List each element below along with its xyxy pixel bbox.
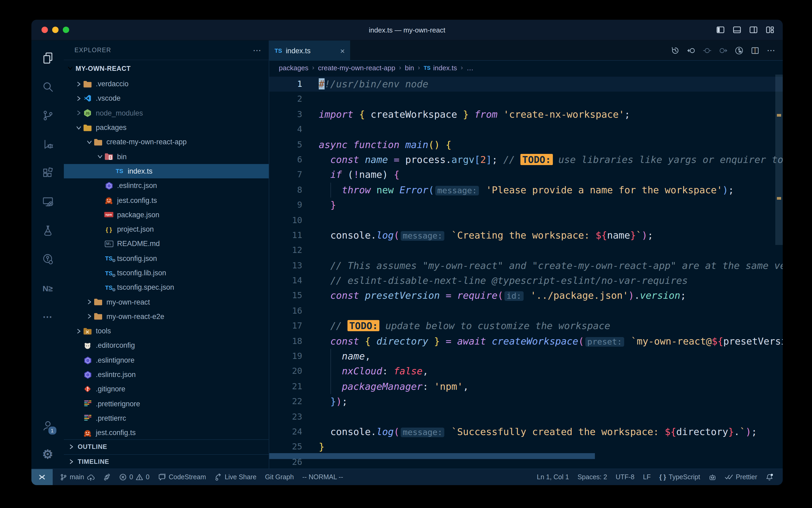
horizontal-scrollbar[interactable] bbox=[269, 453, 595, 459]
sidebar-more-actions-button[interactable]: ⋯ bbox=[253, 45, 261, 55]
tree-item-.eslintrc.json[interactable]: .eslintrc.json bbox=[64, 368, 269, 382]
status-codestream[interactable]: CodeStream bbox=[154, 469, 210, 485]
overview-ruler[interactable] bbox=[775, 75, 783, 469]
tree-item-my-own-react[interactable]: my-own-react bbox=[64, 295, 269, 309]
tree-item-.gitignore[interactable]: .gitignore bbox=[64, 382, 269, 396]
code-line-5[interactable]: 5async function main() { bbox=[269, 137, 783, 152]
status-git-graph[interactable]: Git Graph bbox=[261, 469, 297, 485]
code-line-14[interactable]: 14 // eslint-disable-next-line @typescri… bbox=[269, 273, 783, 288]
tree-item-node_modules[interactable]: JSnode_modules bbox=[64, 106, 269, 120]
status-feedback-robot[interactable] bbox=[705, 469, 720, 485]
code-line-13[interactable]: 13 // This assumes "my-own-react" and "c… bbox=[269, 258, 783, 273]
code-line-8[interactable]: 8 throw new Error(message: 'Please provi… bbox=[269, 182, 783, 198]
code-line-1[interactable]: 1#!/usr/bin/env node bbox=[269, 77, 783, 92]
tree-item-packages[interactable]: packages bbox=[64, 120, 269, 135]
tree-item-.verdaccio[interactable]: .verdaccio bbox=[64, 77, 269, 91]
tree-item-.prettierignore[interactable]: .prettierignore bbox=[64, 396, 269, 411]
code-line-20[interactable]: 20 nxCloud: false, bbox=[269, 364, 783, 379]
activity-settings[interactable]: ⚙ bbox=[35, 440, 60, 469]
activity-testing[interactable] bbox=[35, 216, 60, 245]
code-line-7[interactable]: 7 if (!name) { bbox=[269, 167, 783, 183]
previous-change-button[interactable] bbox=[703, 46, 711, 54]
code-line-4[interactable]: 4 bbox=[269, 122, 783, 137]
code-line-25[interactable]: 25} bbox=[269, 439, 783, 455]
open-previous-change-button[interactable] bbox=[687, 46, 696, 54]
status-problems[interactable]: 00 bbox=[115, 469, 153, 485]
status-indentation[interactable]: Spaces: 2 bbox=[574, 469, 611, 485]
breadcrumb-item[interactable]: TSindex.ts bbox=[424, 64, 457, 72]
code-line-10[interactable]: 10 bbox=[269, 213, 783, 228]
tree-item-tsconfig.json[interactable]: TS⚙tsconfig.json bbox=[64, 251, 269, 266]
code-line-9[interactable]: 9 } bbox=[269, 198, 783, 213]
code-line-3[interactable]: 3import { createWorkspace } from 'create… bbox=[269, 107, 783, 122]
tree-item-my-own-react-e2e[interactable]: my-own-react-e2e bbox=[64, 309, 269, 324]
tree-item-bin[interactable]: bin bbox=[64, 150, 269, 164]
open-changes-button[interactable] bbox=[735, 46, 744, 54]
timeline-history-button[interactable] bbox=[671, 46, 679, 54]
tree-item-package.json[interactable]: npmpackage.json bbox=[64, 207, 269, 222]
tree-item-tools[interactable]: tools bbox=[64, 324, 269, 338]
breadcrumb-item[interactable]: bin bbox=[405, 64, 414, 72]
activity-gitlens[interactable] bbox=[35, 245, 60, 274]
next-change-button[interactable] bbox=[719, 46, 727, 54]
tree-item-tsconfig.spec.json[interactable]: TS⚙tsconfig.spec.json bbox=[64, 280, 269, 295]
tree-item-create-my-own-react-app[interactable]: create-my-own-react-app bbox=[64, 135, 269, 150]
status-cursor-position[interactable]: Ln 1, Col 1 bbox=[533, 469, 573, 485]
status-encoding[interactable]: UTF-8 bbox=[612, 469, 638, 485]
activity-accounts[interactable]: 1 bbox=[35, 411, 60, 440]
remote-indicator-button[interactable] bbox=[32, 469, 53, 485]
status-eol[interactable]: LF bbox=[639, 469, 655, 485]
scrollbar-thumb[interactable] bbox=[775, 75, 783, 245]
activity-search[interactable] bbox=[35, 73, 60, 101]
tree-item-.vscode[interactable]: .vscode bbox=[64, 91, 269, 106]
customize-layout-button[interactable] bbox=[766, 26, 774, 34]
tree-item-index.ts[interactable]: TSindex.ts bbox=[64, 164, 269, 179]
toggle-secondary-sidebar-button[interactable] bbox=[749, 26, 758, 34]
code-line-19[interactable]: 19 name, bbox=[269, 349, 783, 364]
toggle-primary-sidebar-button[interactable] bbox=[716, 26, 725, 34]
title-bar[interactable]: index.ts — my-own-react bbox=[32, 20, 783, 40]
activity-more-views[interactable]: ⋯ bbox=[35, 302, 60, 331]
code-line-15[interactable]: 15 const presetVersion = require(id: '..… bbox=[269, 288, 783, 303]
section-outline[interactable]: OUTLINE bbox=[64, 439, 269, 454]
status-vim-mode[interactable]: -- NORMAL -- bbox=[298, 469, 347, 485]
breadcrumb-item[interactable]: … bbox=[467, 64, 474, 72]
split-editor-button[interactable] bbox=[751, 46, 759, 54]
activity-remote-explorer[interactable] bbox=[35, 187, 60, 216]
activity-source-control[interactable] bbox=[35, 101, 60, 130]
status-git-compare[interactable] bbox=[99, 469, 114, 485]
close-tab-icon[interactable]: × bbox=[340, 47, 345, 54]
activity-run-debug[interactable] bbox=[35, 130, 60, 159]
code-editor[interactable]: 1#!/usr/bin/env node23import { createWor… bbox=[269, 75, 783, 469]
tree-item-.prettierrc[interactable]: .prettierrc bbox=[64, 411, 269, 426]
minimize-window-button[interactable] bbox=[52, 27, 58, 33]
tab-index-ts[interactable]: TS index.ts × bbox=[269, 40, 350, 61]
activity-explorer[interactable] bbox=[35, 44, 60, 73]
status-prettier[interactable]: Prettier bbox=[721, 469, 761, 485]
activity-nx-console[interactable]: N≥ bbox=[35, 274, 60, 302]
activity-extensions[interactable] bbox=[35, 159, 60, 187]
tree-item-tsconfig.lib.json[interactable]: TS⚙tsconfig.lib.json bbox=[64, 266, 269, 280]
code-line-2[interactable]: 2 bbox=[269, 92, 783, 107]
toggle-panel-button[interactable] bbox=[733, 26, 741, 34]
code-line-16[interactable]: 16 bbox=[269, 303, 783, 319]
section-timeline[interactable]: TIMELINE bbox=[64, 454, 269, 469]
status-notifications-bell[interactable] bbox=[762, 469, 777, 485]
more-actions-button[interactable]: ⋯ bbox=[767, 45, 775, 55]
status-language-mode[interactable]: { }TypeScript bbox=[656, 469, 704, 485]
code-line-6[interactable]: 6 const name = process.argv[2]; // TODO:… bbox=[269, 152, 783, 167]
status-git-branch[interactable]: main bbox=[56, 469, 98, 485]
breadcrumb-item[interactable]: create-my-own-react-app bbox=[318, 64, 395, 72]
code-line-23[interactable]: 23 bbox=[269, 409, 783, 424]
tree-item-README.md[interactable]: M↓README.md bbox=[64, 237, 269, 251]
breadcrumb-item[interactable]: packages bbox=[279, 64, 308, 72]
tree-item-.eslintignore[interactable]: .eslintignore bbox=[64, 353, 269, 368]
tree-item-.editorconfig[interactable]: .editorconfig bbox=[64, 338, 269, 353]
close-window-button[interactable] bbox=[42, 27, 48, 33]
tree-item-project.json[interactable]: { }project.json bbox=[64, 222, 269, 237]
code-line-22[interactable]: 22 }); bbox=[269, 394, 783, 409]
tree-root-item[interactable]: MY-OWN-REACT bbox=[64, 60, 269, 77]
code-line-24[interactable]: 24 console.log(message: `Successfully cr… bbox=[269, 424, 783, 439]
code-line-12[interactable]: 12 bbox=[269, 243, 783, 258]
code-line-18[interactable]: 18 const { directory } = await createWor… bbox=[269, 334, 783, 349]
